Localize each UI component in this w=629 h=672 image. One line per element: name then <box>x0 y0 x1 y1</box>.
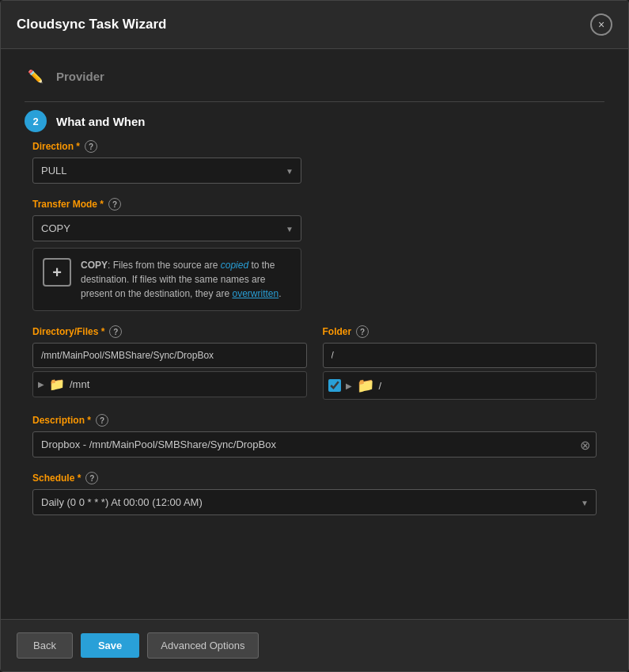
schedule-group: Schedule * ? Daily (0 0 * * *) At 00:00 … <box>32 472 597 515</box>
schedule-help-icon[interactable]: ? <box>85 472 98 484</box>
dir-folder-row: Directory/Files * ? ▶ 📁 /mnt F <box>32 325 597 400</box>
description-group: Description * ? ⊗ <box>32 414 597 457</box>
direction-label: Direction * ? <box>32 140 597 153</box>
folder-label: Folder ? <box>323 325 597 338</box>
description-help-icon[interactable]: ? <box>96 414 108 427</box>
wizard-body: ✏️ Provider 2 What and When Direction * … <box>1 49 628 619</box>
step1-label: Provider <box>56 70 104 83</box>
step2-badge: 2 <box>25 110 47 132</box>
pencil-icon: ✏️ <box>26 66 45 85</box>
step1-section: ✏️ Provider <box>25 65 604 87</box>
copy-plus-icon: + <box>52 264 62 282</box>
folder-input[interactable] <box>323 343 597 368</box>
save-button[interactable]: Save <box>81 633 139 658</box>
copy-info-box: + COPY: Files from the source are copied… <box>32 248 301 311</box>
description-label: Description * ? <box>32 414 597 427</box>
advanced-options-button[interactable]: Advanced Options <box>147 632 258 659</box>
folder-path-row: ▶ 📁 / <box>323 371 597 400</box>
folder-slash-label: / <box>379 380 382 392</box>
copied-text: copied <box>221 260 248 271</box>
schedule-label: Schedule * ? <box>32 472 597 484</box>
close-icon: × <box>598 18 604 31</box>
copy-mode-icon: + <box>43 258 71 287</box>
folder-section: Folder ? ▶ 📁 / <box>323 325 597 400</box>
transfer-mode-select-wrapper: COPY MOVE SYNC <box>32 215 301 241</box>
directory-section: Directory/Files * ? ▶ 📁 /mnt <box>32 325 307 400</box>
description-input[interactable] <box>32 431 597 457</box>
schedule-select-wrapper: Daily (0 0 * * *) At 00:00 (12:00 AM) <box>32 489 597 515</box>
direction-help-icon[interactable]: ? <box>85 140 97 153</box>
step2-section: 2 What and When Direction * ? PULL PUSH <box>25 110 604 515</box>
step1-header: ✏️ Provider <box>25 65 604 87</box>
transfer-mode-select[interactable]: COPY MOVE SYNC <box>32 215 301 241</box>
transfer-mode-label: Transfer Mode * ? <box>32 198 597 211</box>
steps-divider <box>25 101 604 102</box>
schedule-select[interactable]: Daily (0 0 * * *) At 00:00 (12:00 AM) <box>32 489 597 515</box>
back-button[interactable]: Back <box>17 632 73 659</box>
wizard-header: Cloudsync Task Wizard × <box>1 1 628 49</box>
folder-help-icon[interactable]: ? <box>356 325 369 338</box>
tree-expand-arrow[interactable]: ▶ <box>38 380 44 389</box>
folder-expand-arrow[interactable]: ▶ <box>346 382 352 390</box>
tree-row: ▶ 📁 /mnt <box>32 371 307 397</box>
wizard-title: Cloudsync Task Wizard <box>17 17 166 32</box>
description-clear-icon[interactable]: ⊗ <box>580 437 590 452</box>
directory-label: Directory/Files * ? <box>32 325 307 338</box>
mnt-tree-label[interactable]: /mnt <box>70 378 89 390</box>
root-folder-icon[interactable]: 📁 <box>357 377 374 394</box>
wizard-footer: Back Save Advanced Options <box>1 619 628 671</box>
direction-group: Direction * ? PULL PUSH <box>32 140 597 184</box>
folder-checkbox[interactable] <box>328 379 341 392</box>
overwritten-text: overwritten <box>232 288 279 299</box>
description-input-wrapper: ⊗ <box>32 431 597 457</box>
wizard-container: Cloudsync Task Wizard × ✏️ Provider 2 Wh… <box>0 0 629 672</box>
transfer-mode-help-icon[interactable]: ? <box>108 198 121 211</box>
direction-select[interactable]: PULL PUSH <box>32 158 301 184</box>
directory-help-icon[interactable]: ? <box>109 325 122 338</box>
step2-label: What and When <box>56 115 146 128</box>
copy-description: COPY: Files from the source are copied t… <box>81 258 291 301</box>
form-section: Direction * ? PULL PUSH Transfer Mode * <box>32 140 597 515</box>
step2-header: 2 What and When <box>25 110 604 132</box>
close-button[interactable]: × <box>590 13 612 36</box>
directory-input[interactable] <box>32 343 307 368</box>
mnt-folder-icon: 📁 <box>49 377 65 392</box>
direction-select-wrapper: PULL PUSH <box>32 158 301 184</box>
transfer-mode-group: Transfer Mode * ? COPY MOVE SYNC + <box>32 198 597 311</box>
step1-badge: ✏️ <box>25 65 47 87</box>
copy-mode-name: COPY <box>81 260 108 271</box>
